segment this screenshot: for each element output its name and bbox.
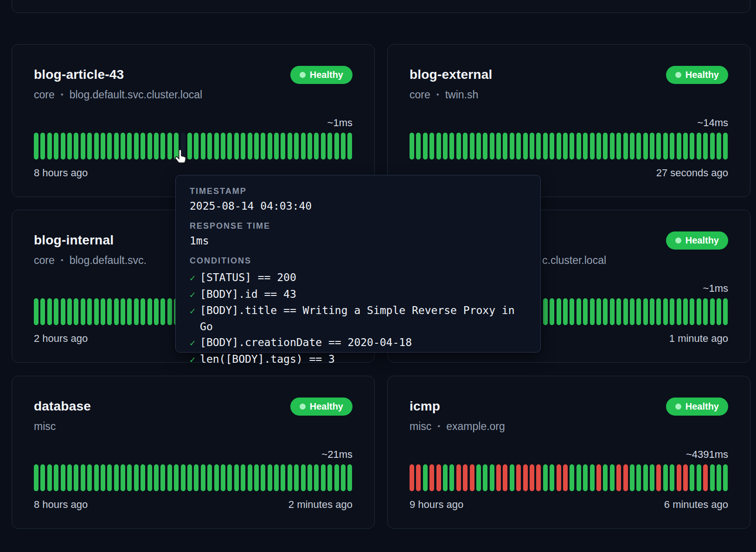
health-bar[interactable]	[54, 464, 58, 491]
health-bar[interactable]	[114, 133, 119, 160]
health-bar[interactable]	[449, 133, 454, 160]
health-bar[interactable]	[496, 133, 501, 160]
health-bar[interactable]	[167, 133, 172, 160]
health-bar[interactable]	[341, 464, 346, 491]
health-bar[interactable]	[410, 464, 414, 491]
health-bar[interactable]	[630, 464, 634, 491]
health-bar[interactable]	[67, 464, 72, 491]
service-card-blog-external[interactable]: blog-external Healthy core • twin.sh ~14…	[387, 44, 750, 197]
health-bar[interactable]	[327, 464, 332, 491]
health-bar[interactable]	[510, 133, 514, 160]
health-bar[interactable]	[583, 464, 588, 491]
health-bar[interactable]	[254, 133, 259, 160]
health-bar[interactable]	[54, 133, 58, 160]
health-bar[interactable]	[423, 133, 428, 160]
health-bar[interactable]	[241, 464, 245, 491]
health-bar[interactable]	[456, 464, 461, 491]
health-bar[interactable]	[590, 298, 595, 325]
health-bar[interactable]	[207, 464, 212, 491]
health-bar[interactable]	[690, 298, 694, 325]
health-bar[interactable]	[723, 298, 728, 325]
health-bar[interactable]	[107, 133, 112, 160]
health-bar[interactable]	[583, 133, 588, 160]
health-bar[interactable]	[656, 133, 661, 160]
health-bar[interactable]	[261, 133, 265, 160]
health-bar[interactable]	[577, 133, 581, 160]
health-bar[interactable]	[61, 464, 65, 491]
health-bar[interactable]	[510, 464, 514, 491]
health-bar[interactable]	[127, 298, 132, 325]
health-bar[interactable]	[636, 298, 641, 325]
health-bar[interactable]	[623, 133, 628, 160]
health-bar[interactable]	[630, 133, 634, 160]
health-bar[interactable]	[221, 464, 225, 491]
health-bar[interactable]	[227, 133, 232, 160]
health-bar[interactable]	[347, 464, 352, 491]
health-bar[interactable]	[603, 133, 608, 160]
health-bar[interactable]	[670, 298, 674, 325]
health-bar[interactable]	[543, 133, 548, 160]
health-bar[interactable]	[40, 298, 45, 325]
health-bar[interactable]	[476, 133, 481, 160]
health-bar[interactable]	[596, 133, 601, 160]
health-bar[interactable]	[677, 298, 681, 325]
health-bar[interactable]	[623, 298, 628, 325]
health-bar[interactable]	[570, 464, 574, 491]
health-bar[interactable]	[596, 298, 601, 325]
health-bar[interactable]	[610, 133, 615, 160]
service-card-icmp[interactable]: icmp Healthy misc • example.org ~4391ms …	[387, 376, 750, 529]
health-bar[interactable]	[334, 464, 339, 491]
health-bar[interactable]	[201, 133, 205, 160]
health-bar[interactable]	[308, 464, 312, 491]
health-bar[interactable]	[643, 133, 648, 160]
health-bar[interactable]	[34, 298, 38, 325]
health-bar[interactable]	[334, 133, 339, 160]
health-bar[interactable]	[281, 464, 285, 491]
health-bar[interactable]	[443, 133, 448, 160]
health-bar[interactable]	[81, 133, 85, 160]
health-bar[interactable]	[160, 464, 165, 491]
health-bar[interactable]	[449, 464, 454, 491]
health-bar[interactable]	[221, 133, 225, 160]
health-bar[interactable]	[34, 464, 38, 491]
health-bar[interactable]	[717, 464, 721, 491]
health-bar[interactable]	[563, 133, 568, 160]
health-bar[interactable]	[40, 464, 45, 491]
health-bar[interactable]	[101, 133, 105, 160]
health-bar[interactable]	[590, 133, 595, 160]
health-bar[interactable]	[147, 133, 152, 160]
health-bar[interactable]	[697, 133, 701, 160]
health-bar[interactable]	[443, 464, 448, 491]
health-bar[interactable]	[483, 133, 487, 160]
health-bar[interactable]	[141, 464, 145, 491]
health-bar[interactable]	[543, 464, 548, 491]
health-bar[interactable]	[160, 133, 165, 160]
health-bar[interactable]	[294, 464, 299, 491]
health-bar[interactable]	[683, 298, 688, 325]
health-bar[interactable]	[717, 298, 721, 325]
health-bar[interactable]	[147, 298, 152, 325]
health-bar[interactable]	[523, 464, 528, 491]
health-bar[interactable]	[596, 464, 601, 491]
health-bar[interactable]	[656, 298, 661, 325]
health-bar[interactable]	[141, 133, 145, 160]
health-bar[interactable]	[490, 133, 494, 160]
health-bar[interactable]	[127, 133, 132, 160]
health-bar[interactable]	[81, 298, 85, 325]
health-bar[interactable]	[503, 464, 507, 491]
health-bar[interactable]	[670, 133, 674, 160]
health-bar[interactable]	[603, 464, 608, 491]
health-bar[interactable]	[134, 133, 139, 160]
health-bar[interactable]	[274, 133, 279, 160]
health-bar[interactable]	[34, 133, 38, 160]
health-bar[interactable]	[717, 133, 721, 160]
health-bar[interactable]	[523, 133, 528, 160]
health-bar[interactable]	[87, 133, 92, 160]
health-bar[interactable]	[194, 464, 199, 491]
health-bar[interactable]	[281, 133, 285, 160]
health-bar[interactable]	[127, 464, 132, 491]
health-bar[interactable]	[643, 464, 648, 491]
health-bar[interactable]	[677, 464, 681, 491]
health-bar[interactable]	[40, 133, 45, 160]
health-bar[interactable]	[54, 298, 58, 325]
